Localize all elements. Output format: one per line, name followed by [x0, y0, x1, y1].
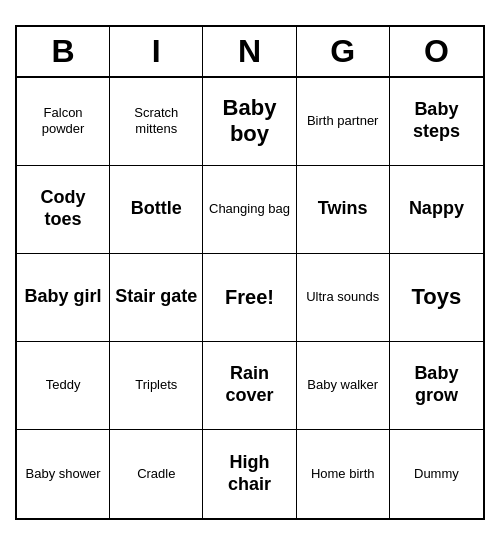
- bingo-cell: Ultra sounds: [297, 254, 390, 342]
- bingo-cell: Baby walker: [297, 342, 390, 430]
- header-letter: G: [297, 27, 390, 76]
- bingo-cell: Cradle: [110, 430, 203, 518]
- bingo-cell: Triplets: [110, 342, 203, 430]
- bingo-cell: Teddy: [17, 342, 110, 430]
- bingo-cell: Dummy: [390, 430, 483, 518]
- bingo-cell: High chair: [203, 430, 296, 518]
- bingo-card: BINGO Falcon powderScratch mittensBaby b…: [15, 25, 485, 520]
- bingo-cell: Birth partner: [297, 78, 390, 166]
- bingo-cell: Scratch mittens: [110, 78, 203, 166]
- bingo-cell: Bottle: [110, 166, 203, 254]
- bingo-cell: Toys: [390, 254, 483, 342]
- bingo-cell: Falcon powder: [17, 78, 110, 166]
- header-letter: O: [390, 27, 483, 76]
- bingo-cell: Cody toes: [17, 166, 110, 254]
- bingo-cell: Twins: [297, 166, 390, 254]
- bingo-grid: Falcon powderScratch mittensBaby boyBirt…: [17, 78, 483, 518]
- bingo-cell: Changing bag: [203, 166, 296, 254]
- bingo-cell: Baby steps: [390, 78, 483, 166]
- bingo-cell: Rain cover: [203, 342, 296, 430]
- header-letter: B: [17, 27, 110, 76]
- bingo-cell: Nappy: [390, 166, 483, 254]
- bingo-cell: Stair gate: [110, 254, 203, 342]
- header-letter: N: [203, 27, 296, 76]
- bingo-cell: Baby girl: [17, 254, 110, 342]
- bingo-cell: Baby shower: [17, 430, 110, 518]
- bingo-cell: Home birth: [297, 430, 390, 518]
- header-letter: I: [110, 27, 203, 76]
- bingo-header: BINGO: [17, 27, 483, 78]
- bingo-cell: Baby grow: [390, 342, 483, 430]
- bingo-cell: Baby boy: [203, 78, 296, 166]
- bingo-cell: Free!: [203, 254, 296, 342]
